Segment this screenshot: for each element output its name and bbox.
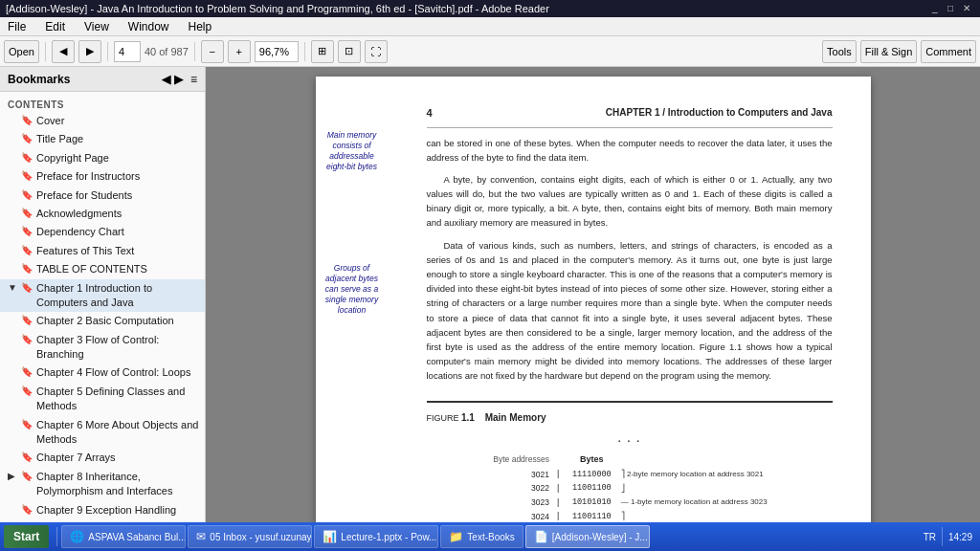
bookmark-features[interactable]: 🔖 Features of This Text <box>0 242 205 260</box>
taskbar-clock: 14:29 <box>948 532 972 542</box>
zoom-out-button[interactable]: − <box>201 40 224 63</box>
bookmark-ch8[interactable]: ▶ 🔖 Chapter 8 Inheritance, Polymorphism … <box>0 468 205 501</box>
bookmark-page-icon: 🔖 <box>21 151 33 165</box>
bookmark-ch9[interactable]: 🔖 Chapter 9 Exception Handling <box>0 501 205 519</box>
language-indicator: TR <box>924 532 936 542</box>
bookmark-dependency[interactable]: 🔖 Dependency Chart <box>0 223 205 241</box>
bookmark-label: Title Page <box>36 132 83 146</box>
page-number-input[interactable] <box>114 41 141 62</box>
aspava-icon: 🌐 <box>70 530 84 543</box>
bookmark-page-icon: 🔖 <box>21 132 33 145</box>
taskbar-sep-1 <box>56 527 57 546</box>
bookmark-label: Chapter 8 Inheritance, Polymorphism and … <box>36 470 201 499</box>
zoom-in-button[interactable]: + <box>228 40 251 63</box>
bookmark-preface-inst[interactable]: 🔖 Preface for Instructors <box>0 167 205 186</box>
window-controls[interactable]: _ □ ✕ <box>932 3 974 14</box>
bookmark-page-icon: 🔖 <box>21 188 33 202</box>
fit-width-button[interactable]: ⊞ <box>311 40 334 63</box>
bookmark-ch5[interactable]: 🔖 Chapter 5 Defining Classes and Methods <box>0 383 205 416</box>
bookmark-preface-stud[interactable]: 🔖 Preface for Students <box>0 187 205 205</box>
bookmark-ch2[interactable]: 🔖 Chapter 2 Basic Computation <box>0 312 205 330</box>
zoom-input[interactable] <box>255 41 299 62</box>
minimize-btn[interactable]: _ <box>932 3 944 14</box>
start-button[interactable]: Start <box>4 525 49 548</box>
menu-help[interactable]: Help <box>185 20 216 33</box>
bookmark-cover[interactable]: 🔖 Cover <box>0 112 205 130</box>
bookmark-page-icon: 🔖 <box>21 281 33 295</box>
pdf-page-number: 4 <box>427 105 433 121</box>
bookmark-page-icon: 🔖 <box>21 385 33 398</box>
bookmark-copyright[interactable]: 🔖 Copyright Page <box>0 149 205 167</box>
bookmark-page-icon: 🔖 <box>21 503 33 517</box>
menu-file[interactable]: File <box>4 20 30 33</box>
bookmark-label: Chapter 1 Introduction to Computers and … <box>36 281 201 311</box>
sidebar-header-controls: ◀ ▶ ≡ <box>162 73 197 86</box>
menu-view[interactable]: View <box>80 20 113 33</box>
bookmark-label: Features of This Text <box>36 244 134 258</box>
open-button[interactable]: Open <box>4 40 39 63</box>
pdf-para-2: A byte, by convention, contains eight di… <box>427 172 833 231</box>
bookmark-label: Copyright Page <box>36 151 109 165</box>
bookmark-ch1[interactable]: ▼ 🔖 Chapter 1 Introduction to Computers … <box>0 279 205 313</box>
pdf-para-1: can be stored in one of these bytes. Whe… <box>427 136 833 165</box>
bookmark-label: Preface for Instructors <box>36 169 140 184</box>
taskbar-item-addison[interactable]: 📄 [Addison-Wesley] - J... <box>525 525 650 548</box>
bookmark-page-icon: 🔖 <box>21 244 33 257</box>
sidebar-menu-icon[interactable]: ≡ <box>190 73 197 86</box>
close-btn[interactable]: ✕ <box>963 3 974 14</box>
bookmark-ch4[interactable]: 🔖 Chapter 4 Flow of Control: Loops <box>0 364 205 382</box>
sidebar: Bookmarks ◀ ▶ ≡ CONTENTS 🔖 Cover 🔖 Title… <box>0 67 206 522</box>
table-row: 3021 | 11110000 ⎤ 2-byte memory location… <box>487 468 770 482</box>
fill-sign-button[interactable]: Fill & Sign <box>860 40 918 63</box>
taskbar-sep-2 <box>942 527 943 546</box>
bookmark-ch7[interactable]: 🔖 Chapter 7 Arrays <box>0 449 205 467</box>
taskbar-item-inbox[interactable]: ✉ 05 Inbox - yusuf.uzunay... <box>188 525 312 548</box>
figure-dots-top: · · · <box>427 430 833 451</box>
toolbar-separator-3 <box>194 42 195 61</box>
bookmark-label: Chapter 2 Basic Computation <box>36 314 174 328</box>
bookmark-page-icon: 🔖 <box>21 114 33 127</box>
taskbar-item-textbooks[interactable]: 📁 Text-Books <box>440 525 523 548</box>
folder-icon: 📁 <box>449 530 463 543</box>
comment-button[interactable]: Comment <box>921 40 976 63</box>
fit-page-button[interactable]: ⊡ <box>338 40 361 63</box>
prev-page-button[interactable]: ◀ <box>52 40 75 63</box>
taskbar-item-aspava[interactable]: 🌐 ASPAVA Sabancı Bul... <box>61 525 186 548</box>
sidebar-content: CONTENTS 🔖 Cover 🔖 Title Page 🔖 Copyrigh… <box>0 92 205 522</box>
bookmark-page-icon: 🔖 <box>21 451 33 464</box>
pdf-chapter-header: CHAPTER 1 / Introduction to Computers an… <box>606 105 833 123</box>
bookmark-page-icon: 🔖 <box>21 418 33 431</box>
toolbar-separator-2 <box>107 42 108 61</box>
sidebar-title: Bookmarks <box>8 73 70 86</box>
bookmark-toc[interactable]: 🔖 TABLE OF CONTENTS <box>0 260 205 278</box>
taskbar-item-lecture[interactable]: 📊 Lecture-1.pptx - Pow... <box>314 525 438 548</box>
sidebar-nav-next[interactable]: ▶ <box>174 73 183 86</box>
bookmark-page-icon: 🔖 <box>21 314 33 327</box>
pdf-figure: FIGURE 1.1 Main Memory · · · Byte addres… <box>427 401 833 523</box>
next-page-button[interactable]: ▶ <box>78 40 101 63</box>
bytes-label: Bytes <box>567 452 617 468</box>
pdf-icon: 📄 <box>534 530 548 543</box>
taskbar-right: TR 14:29 <box>924 527 976 546</box>
bookmark-page-icon: 🔖 <box>21 333 33 346</box>
bookmark-ch6[interactable]: 🔖 Chapter 6 More About Objects and Metho… <box>0 416 205 450</box>
bookmark-label: Chapter 6 More About Objects and Methods <box>36 418 201 448</box>
bookmark-acknowledgments[interactable]: 🔖 Acknowledgments <box>0 205 205 223</box>
bookmark-title-page[interactable]: 🔖 Title Page <box>0 130 205 148</box>
figure-title: FIGURE 1.1 Main Memory <box>427 410 833 426</box>
bookmark-ch3[interactable]: 🔖 Chapter 3 Flow of Control: Branching <box>0 331 205 364</box>
side-note-1: Main memory consists of addressable eigh… <box>320 130 385 172</box>
bookmark-label: Chapter 3 Flow of Control: Branching <box>36 333 201 363</box>
toolbar-separator-1 <box>45 42 46 61</box>
sidebar-nav-prev[interactable]: ◀ <box>162 73 170 86</box>
bookmark-label: Cover <box>36 114 64 128</box>
sidebar-section-label: CONTENTS <box>0 96 205 112</box>
menu-window[interactable]: Window <box>124 20 173 33</box>
menu-edit[interactable]: Edit <box>41 20 69 33</box>
fullscreen-button[interactable]: ⛶ <box>365 40 388 63</box>
pdf-viewer[interactable]: Main memory consists of addressable eigh… <box>206 67 980 522</box>
pdf-para-3: Data of various kinds, such as numbers, … <box>427 238 833 384</box>
maximize-btn[interactable]: □ <box>947 3 959 14</box>
tools-button[interactable]: Tools <box>822 40 857 63</box>
pdf-page: Main memory consists of addressable eigh… <box>316 77 871 522</box>
